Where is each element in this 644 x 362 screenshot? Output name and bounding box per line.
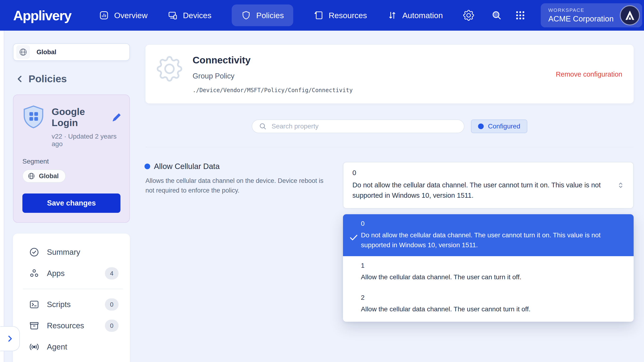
nav-item-devices[interactable]: Devices (168, 4, 212, 26)
workspace-text: WORKSPACE ACME Corporation (548, 7, 614, 23)
gear-icon (157, 56, 182, 82)
policy-summary-card: Google Login v22 · Updated 2 years ago S… (13, 94, 130, 223)
search-property-input[interactable] (272, 122, 460, 130)
sidebar-item-apps[interactable]: Apps 4 (19, 263, 124, 284)
option-value: 1 (361, 262, 620, 270)
select-dropdown-menu: 0 Do not allow the cellular data channel… (343, 214, 634, 322)
nav-item-label: Resources (328, 11, 367, 20)
divider (146, 147, 634, 147)
segment-label: Segment (22, 158, 120, 165)
dropdown-option-1[interactable]: 1 Allow the cellular data channel. The u… (343, 256, 634, 288)
option-text: Allow the cellular data channel. The use… (361, 272, 620, 282)
broadcast-icon (29, 342, 39, 352)
resources-icon (314, 10, 324, 20)
nav-item-settings[interactable] (463, 4, 474, 27)
configuration-title: Connectivity (192, 55, 353, 66)
back-label: Policies (28, 73, 67, 84)
option-value: 2 (361, 294, 620, 302)
policy-version-meta: v22 · Updated 2 years ago (52, 133, 120, 148)
remove-configuration-link[interactable]: Remove configuration (556, 70, 622, 78)
segment-badge[interactable]: Global (22, 170, 66, 183)
filter-dot-icon (478, 124, 484, 129)
check-circle-icon (29, 247, 39, 257)
automation-icon (387, 10, 397, 20)
setting-name: Allow Cellular Data (154, 162, 220, 171)
sidebar-item-label: Agent (47, 342, 67, 352)
nav-item-overview[interactable]: Overview (99, 4, 148, 26)
nav-item-label: Automation (402, 11, 443, 20)
nav-item-label: Policies (256, 11, 284, 20)
nav-item-policies[interactable]: Policies (232, 4, 293, 26)
configuration-subtitle: Group Policy (192, 72, 353, 80)
apps-circles-icon (29, 268, 39, 278)
selected-value: 0 (352, 169, 607, 177)
configured-dot-icon (144, 164, 150, 169)
sidebar-item-label: Scripts (47, 300, 71, 309)
policies-icon (241, 10, 251, 20)
nav-item-automation[interactable]: Automation (387, 4, 443, 26)
search-icon[interactable] (491, 10, 502, 21)
setting-info: Allow Cellular Data Allows the cellular … (146, 162, 334, 195)
count-badge: 4 (105, 267, 118, 280)
workspace-selector[interactable]: WORKSPACE ACME Corporation (541, 3, 642, 27)
devices-icon (168, 10, 178, 20)
option-text: Do not allow the cellular data channel. … (361, 230, 620, 250)
globe-icon (16, 45, 30, 59)
sidebar-item-scripts[interactable]: Scripts 0 (19, 294, 124, 315)
sidebar-item-agent[interactable]: Agent (19, 336, 124, 358)
save-changes-button[interactable]: Save changes (22, 194, 120, 213)
sidebar: Global Policies Google Login (13, 43, 130, 362)
nav-right-cluster: WORKSPACE ACME Corporation (491, 3, 644, 27)
nav-item-label: Overview (114, 11, 148, 20)
workspace-label: WORKSPACE (548, 7, 614, 13)
selected-text: Do not allow the cellular data channel. … (352, 180, 607, 200)
setting-row-allow-cellular-data: Allow Cellular Data Allows the cellular … (146, 162, 634, 322)
sidebar-item-resources[interactable]: Resources 0 (19, 315, 124, 336)
app-root: Applivery Overview Devices Policies Reso… (0, 0, 644, 362)
chevron-right-icon (6, 334, 14, 343)
sidebar-item-label: Summary (47, 248, 80, 257)
apps-grid-icon[interactable] (515, 10, 526, 21)
dropdown-option-0[interactable]: 0 Do not allow the cellular data channel… (343, 214, 634, 256)
allow-cellular-data-select[interactable]: 0 Do not allow the cellular data channel… (343, 162, 634, 208)
configuration-header-text: Connectivity Group Policy ./Device/Vendo… (192, 55, 353, 94)
scope-selector-global[interactable]: Global (13, 43, 130, 61)
policy-shield-icon (22, 105, 44, 130)
expand-sidebar-button[interactable] (0, 326, 20, 351)
divider (23, 289, 123, 289)
workspace-name: ACME Corporation (548, 14, 614, 23)
content-area: Global Policies Google Login (4, 31, 644, 362)
applivery-mark-icon (624, 9, 636, 22)
sidebar-item-label: Resources (47, 321, 84, 330)
configured-filter-chip[interactable]: Configured (471, 120, 527, 133)
setting-description: Allows the cellular data channel on the … (146, 176, 334, 195)
count-badge: 0 (105, 298, 118, 310)
terminal-icon (29, 299, 39, 310)
policies-back-link[interactable]: Policies (13, 73, 130, 84)
top-navigation: Applivery Overview Devices Policies Reso… (0, 0, 644, 31)
search-row: Configured (146, 120, 634, 133)
applivery-logo[interactable]: Applivery (13, 8, 71, 23)
primary-nav: Overview Devices Policies Resources Auto… (99, 4, 474, 27)
filter-label: Configured (488, 122, 520, 130)
edit-pencil-icon[interactable] (113, 113, 120, 122)
scope-label: Global (36, 48, 56, 56)
option-text: Allow the cellular data channel. The use… (361, 304, 620, 314)
count-badge: 0 (105, 320, 118, 332)
sidebar-item-summary[interactable]: Summary (19, 242, 124, 263)
select-chevrons-icon (616, 181, 625, 190)
workspace-avatar (620, 5, 640, 26)
configuration-header-card: Connectivity Group Policy ./Device/Vendo… (146, 45, 634, 104)
dropdown-option-2[interactable]: 2 Allow the cellular data channel. The u… (343, 288, 634, 320)
search-property-field[interactable] (252, 120, 464, 133)
setting-title: Allow Cellular Data (146, 162, 334, 171)
nav-item-resources[interactable]: Resources (314, 4, 367, 26)
overview-icon (99, 10, 109, 20)
archive-box-icon (29, 320, 39, 331)
chevron-left-icon (15, 74, 24, 84)
checkmark-icon (349, 232, 358, 242)
option-value: 0 (361, 220, 620, 228)
collapsed-panel-strip (0, 31, 4, 362)
policy-name: Google Login (52, 106, 106, 128)
configuration-path: ./Device/Vendor/MSFT/Policy/Config/Conne… (192, 87, 353, 94)
